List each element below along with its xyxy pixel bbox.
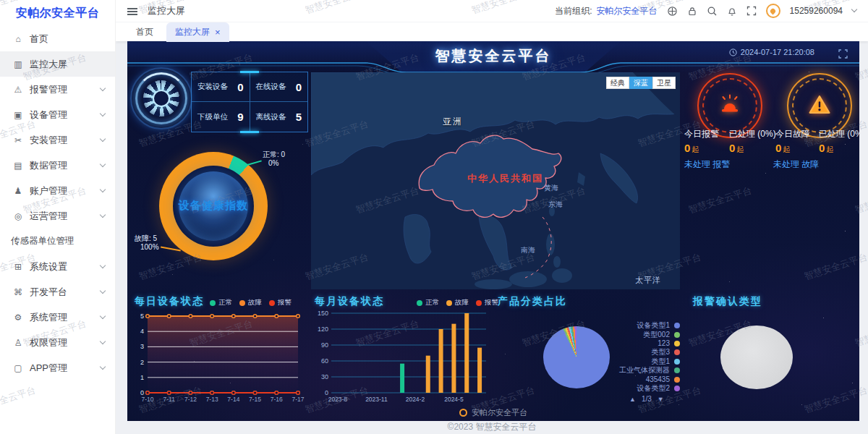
stat-cell: 下级单位9 — [192, 102, 250, 132]
sidebar-item[interactable]: ♟账户管理 — [0, 178, 115, 203]
device-stats-panel: 安装设备0在线设备0下级单位9离线设备5 — [191, 72, 308, 132]
globe-icon[interactable] — [667, 6, 678, 17]
tab-close-icon[interactable]: × — [215, 27, 221, 37]
legend-dot-icon — [674, 341, 680, 346]
datetime-text: 2024-07-17 21:20:08 — [741, 48, 814, 56]
topbar-right: 当前组织: 安帕尔安全平台 15259260094 — [555, 4, 856, 18]
chevron-down-icon — [100, 288, 106, 294]
clock-icon — [729, 48, 737, 56]
chevron-down-icon — [100, 161, 106, 167]
permission-icon: ♙ — [12, 338, 25, 348]
unprocessed-alarm-link[interactable]: 未处理 报警 — [684, 158, 730, 171]
install-icon: ✂ — [12, 135, 25, 145]
sidebar-item[interactable]: ▣设备管理 — [0, 102, 115, 127]
chevron-down-icon[interactable] — [851, 7, 857, 12]
sidebar-item-label: 报警管理 — [30, 83, 67, 96]
sidebar-item[interactable]: ✂安装管理 — [0, 127, 115, 153]
svg-text:150: 150 — [318, 310, 328, 317]
legend-dot-icon — [674, 377, 680, 383]
pie-legend-item[interactable]: 设备类型2 — [583, 384, 680, 393]
search-icon[interactable] — [707, 6, 718, 17]
alarm-processed-label: 已处理 (0%) — [729, 128, 776, 140]
sidebar-item[interactable]: ◎运营管理 — [0, 203, 115, 229]
svg-text:7-17: 7-17 — [292, 396, 304, 403]
map-label-continent: 亚洲 — [443, 116, 463, 128]
svg-text:4: 4 — [140, 328, 144, 335]
chevron-down-icon — [100, 212, 106, 218]
svg-text:3: 3 — [140, 343, 144, 350]
stat-cell: 离线设备5 — [250, 102, 308, 132]
siren-icon — [717, 93, 743, 118]
sidebar-item[interactable]: ⚙系统管理 — [0, 305, 115, 330]
svg-text:2023-11: 2023-11 — [365, 396, 388, 403]
svg-text:7-10: 7-10 — [141, 396, 153, 403]
page-up-icon[interactable]: ▲ — [629, 396, 636, 403]
svg-text:60: 60 — [321, 357, 328, 365]
fault-processed-label: 已处理 (0%) — [819, 128, 859, 140]
svg-text:2023-8: 2023-8 — [328, 396, 348, 403]
legend-dot-icon — [674, 359, 680, 365]
alarm-icon: ⚠ — [12, 85, 25, 95]
fullscreen-icon[interactable] — [746, 6, 757, 16]
legend-dot-icon — [674, 367, 680, 373]
pie-legend-item[interactable]: 类型1 — [583, 357, 680, 366]
alarm-confirm-pie-chart — [720, 326, 793, 389]
sidebar-item-label: 监控大屏 — [30, 58, 67, 71]
sidebar-item[interactable]: ▢APP管理 — [0, 355, 115, 380]
sidebar-item-label: 安装管理 — [30, 134, 67, 147]
pie-legend-item[interactable]: 工业气体探测器 — [583, 366, 680, 375]
legend-dot-icon — [674, 386, 680, 391]
today-fault-count: 0起 — [775, 142, 790, 155]
sidebar-item[interactable]: ♙权限管理 — [0, 330, 115, 355]
page-indicator: 1/3 — [642, 395, 652, 403]
page-footer-copyright: ©2023 智慧安全云平台 — [116, 421, 868, 433]
tab-monitor-screen[interactable]: 监控大屏 × — [166, 22, 229, 42]
asia-map[interactable]: 亚洲 中华人民共和国 黄海 东海 南海 太平洋 经典深蓝卫星 — [311, 72, 680, 289]
sidebar-item[interactable]: ▤数据管理 — [0, 153, 115, 178]
device-health-donut-chart: 设备健康指数 — [159, 152, 268, 260]
menu-collapse-icon[interactable] — [127, 7, 137, 14]
lock-icon[interactable] — [687, 6, 697, 17]
health-donut-title: 设备健康指数 — [159, 199, 268, 213]
legend-dot-icon — [674, 349, 680, 355]
chevron-down-icon — [100, 111, 106, 116]
svg-text:120: 120 — [318, 326, 328, 333]
sidebar-item[interactable]: ⌘开发平台 — [0, 279, 115, 305]
svg-text:7-14: 7-14 — [227, 396, 239, 403]
product-pie-title: 产品分类占比 — [498, 295, 567, 308]
pie-legend-item[interactable]: 设备类型1 — [583, 321, 680, 330]
user-phone[interactable]: 15259260094 — [790, 6, 843, 16]
sidebar-item[interactable]: ▥监控大屏 — [0, 51, 115, 77]
map-mode-button[interactable]: 深蓝 — [629, 77, 652, 89]
device-icon: ▣ — [12, 110, 25, 120]
brand-icon — [459, 409, 467, 417]
org-name-link[interactable]: 安帕尔安全平台 — [597, 5, 658, 17]
pie-legend-item[interactable]: 类型3 — [583, 348, 680, 357]
sidebar-item[interactable]: 传感器单位管理 — [0, 229, 115, 254]
tab-home[interactable]: 首页 — [127, 22, 162, 42]
map-mode-button[interactable]: 经典 — [606, 77, 629, 89]
screen-fullscreen-icon[interactable] — [838, 48, 848, 61]
legend-dot-icon — [210, 300, 216, 306]
tabs-bar: 首页 监控大屏 × — [116, 22, 868, 41]
unprocessed-fault-link[interactable]: 未处理 故障 — [773, 158, 819, 171]
bell-icon[interactable] — [727, 6, 737, 17]
topbar: 监控大屏 当前组织: 安帕尔安全平台 15259260094 — [116, 0, 868, 22]
pie-legend-item[interactable]: 123 — [583, 339, 680, 348]
sidebar-item-label: 数据管理 — [30, 159, 67, 172]
tab-label: 监控大屏 — [175, 26, 210, 38]
chevron-down-icon — [100, 187, 106, 192]
app-root: 安帕尔安全平台 ⌂首页▥监控大屏⚠报警管理▣设备管理✂安装管理▤数据管理♟账户管… — [0, 0, 868, 434]
sidebar-item[interactable]: ⊞系统设置 — [0, 254, 115, 279]
sidebar-item[interactable]: ⌂首页 — [0, 26, 115, 51]
map-label-yellow-sea: 黄海 — [544, 183, 558, 193]
pie-legend-item[interactable]: 435435 — [583, 375, 680, 383]
product-pie-legend: 设备类型1类型002123类型3类型1工业气体探测器435435设备类型2 — [583, 321, 680, 393]
pie-legend-item[interactable]: 类型002 — [583, 330, 680, 339]
main-content: 智慧安全云平台 2024-07-17 21:20:08 安装设备0在线设备0下级… — [116, 41, 868, 434]
user-avatar[interactable] — [766, 4, 780, 18]
page-down-icon[interactable]: ▼ — [658, 396, 664, 403]
data-icon: ▤ — [12, 161, 25, 171]
map-mode-button[interactable]: 卫星 — [652, 77, 676, 89]
sidebar-item[interactable]: ⚠报警管理 — [0, 77, 115, 102]
